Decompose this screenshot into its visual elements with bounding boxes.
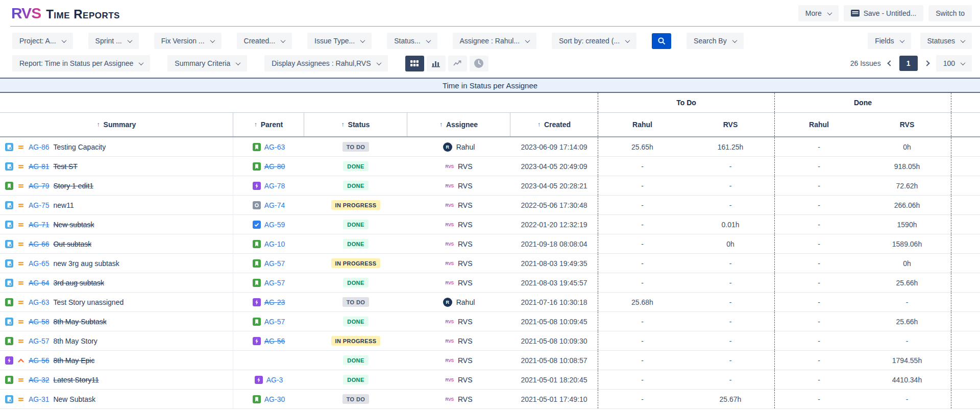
column-header-assignee[interactable]: ↑Assignee <box>407 113 510 136</box>
assignee-cell: RVSRVS <box>407 312 510 331</box>
search-button[interactable] <box>652 33 671 49</box>
time-value-cell: - <box>863 331 951 350</box>
more-button[interactable]: More <box>798 5 839 21</box>
time-value-cell: 0h <box>863 254 951 273</box>
filter-dropdown-label: Statuses <box>927 37 955 45</box>
filter-dropdown-fields[interactable]: Fields <box>868 33 911 49</box>
filter-dropdown-sprint[interactable]: Sprint ... <box>88 33 139 49</box>
issue-key-link[interactable]: AG-81 <box>29 162 49 171</box>
time-view-button[interactable] <box>470 56 488 71</box>
filter-dropdown-project[interactable]: Project: A... <box>12 33 73 49</box>
switch-to-button[interactable]: Switch to <box>928 5 972 21</box>
page-size-dropdown[interactable]: 100 <box>936 55 972 71</box>
priority-medium-icon <box>17 240 24 248</box>
issue-key-link[interactable]: AG-32 <box>29 376 49 384</box>
issue-key-link[interactable]: AG-31 <box>29 395 49 403</box>
time-value-cell: - <box>598 273 687 292</box>
assignee-name: RVS <box>458 221 473 229</box>
search-by-dropdown[interactable]: Search By <box>687 33 744 49</box>
parent-key-link[interactable]: AG-23 <box>264 298 285 306</box>
time-value-cell: - <box>598 370 687 389</box>
column-header-status[interactable]: ↑Status <box>304 113 407 136</box>
issue-row-ag-81: AG-81Test STAG-80DONERVSRVS2023-04-05 20… <box>0 157 980 176</box>
issue-key-link[interactable]: AG-58 <box>29 318 49 326</box>
issue-summary: new 3rg aug subtask <box>53 259 119 268</box>
created-cell: 2021-05-01 18:20:45 <box>510 370 598 389</box>
filter-dropdown-status[interactable]: Status... <box>387 33 437 49</box>
time-value-cell: 0.01h <box>687 215 775 234</box>
parent-key-link[interactable]: AG-63 <box>264 143 285 151</box>
filter-dropdown-display-assignees[interactable]: Display Assignees : Rahul,RVS <box>264 55 387 71</box>
assignee-cell: RVSRVS <box>407 157 510 176</box>
next-page-icon[interactable] <box>924 60 929 66</box>
line-chart-view-button[interactable] <box>448 56 467 71</box>
chevron-down-icon <box>961 38 966 43</box>
created-cell: 2022-01-20 12:32:19 <box>510 215 598 234</box>
previous-page-icon[interactable] <box>887 60 893 66</box>
filter-dropdown-sort-by[interactable]: Sort by: created (... <box>552 33 636 49</box>
app-title: Time Reports <box>46 7 120 21</box>
rvs-avatar-icon: RVS <box>446 319 454 324</box>
parent-key-link[interactable]: AG-3 <box>266 376 283 384</box>
parent-key-link[interactable]: AG-57 <box>264 279 285 287</box>
issue-key-link[interactable]: AG-63 <box>29 298 49 306</box>
issue-key-link[interactable]: AG-86 <box>29 143 49 151</box>
issue-row-ag-58: AG-588th May SubtaskAG-57DONERVSRVS2021-… <box>0 312 980 331</box>
save-button[interactable]: Save - Untitled... <box>844 5 924 21</box>
parent-key-link[interactable]: AG-57 <box>264 259 285 268</box>
issue-summary: Latest Story11 <box>53 376 99 384</box>
time-value-cell: - <box>598 351 687 370</box>
time-value-cell: - <box>598 234 687 253</box>
parent-key-link[interactable]: AG-57 <box>264 318 285 326</box>
epic-icon <box>253 337 261 345</box>
parent-key-link[interactable]: AG-59 <box>264 221 285 229</box>
filter-dropdown-fix-version[interactable]: Fix Version ... <box>154 33 222 49</box>
issue-key-link[interactable]: AG-65 <box>29 259 49 268</box>
time-value-cell: - <box>775 331 863 350</box>
current-page-button[interactable]: 1 <box>899 56 918 71</box>
parent-key-link[interactable]: AG-74 <box>264 201 285 209</box>
filter-bar-secondary: Report: Time in Status per AssigneeSumma… <box>0 55 980 71</box>
filter-dropdown-statuses[interactable]: Statuses <box>920 33 972 49</box>
filter-dropdown-label: Sprint ... <box>95 37 122 45</box>
assignee-cell: RVSRVS <box>407 351 510 370</box>
parent-key-link[interactable]: AG-78 <box>264 182 285 190</box>
issue-key-link[interactable]: AG-75 <box>29 201 49 209</box>
search-by-label: Search By <box>694 37 727 45</box>
avatar: R <box>443 298 452 307</box>
assignee-name: RVS <box>458 279 473 287</box>
issue-key-link[interactable]: AG-57 <box>29 337 49 345</box>
parent-key-link[interactable]: AG-80 <box>264 162 285 171</box>
issue-key-link[interactable]: AG-71 <box>29 221 49 229</box>
issue-key-link[interactable]: AG-56 <box>29 356 49 365</box>
filter-dropdown-label: Report: Time in Status per Assignee <box>19 59 133 67</box>
story-icon <box>253 240 261 248</box>
filter-dropdown-report[interactable]: Report: Time in Status per Assignee <box>12 55 150 71</box>
issue-key-link[interactable]: AG-64 <box>29 279 49 287</box>
filter-dropdown-assignee[interactable]: Assignee : Rahul... <box>453 33 537 49</box>
parent-key-link[interactable]: AG-30 <box>264 395 285 403</box>
subtask-icon <box>5 259 13 268</box>
column-header-created[interactable]: ↑Created <box>510 113 598 136</box>
bar-chart-view-button[interactable] <box>427 56 446 71</box>
table-view-button[interactable] <box>405 56 424 71</box>
issue-key-link[interactable]: AG-79 <box>29 182 49 190</box>
sort-ascending-icon: ↑ <box>341 121 345 128</box>
assignee-name: RVS <box>458 356 473 365</box>
filter-dropdown-summary-criteria[interactable]: Summary Criteria <box>167 55 247 71</box>
assignee-cell: RVSRVS <box>407 370 510 389</box>
parent-key-link[interactable]: AG-10 <box>264 240 285 248</box>
issue-key-link[interactable]: AG-66 <box>29 240 49 248</box>
filter-dropdown-issue-type[interactable]: Issue Type... <box>307 33 372 49</box>
parent-key-link[interactable]: AG-56 <box>264 337 285 345</box>
column-header-summary[interactable]: ↑Summary <box>0 113 233 136</box>
created-cell: 2021-05-08 10:09:45 <box>510 312 598 331</box>
subtask-icon <box>5 201 13 209</box>
column-header-parent[interactable]: ↑Parent <box>233 113 304 136</box>
time-value-cell: - <box>775 234 863 253</box>
issue-summary: Test ST <box>53 162 77 171</box>
filter-dropdown-created[interactable]: Created... <box>237 33 292 49</box>
column-header-label: Assignee <box>446 120 478 129</box>
story-icon <box>253 279 261 287</box>
assignee-name: RVS <box>458 259 473 268</box>
